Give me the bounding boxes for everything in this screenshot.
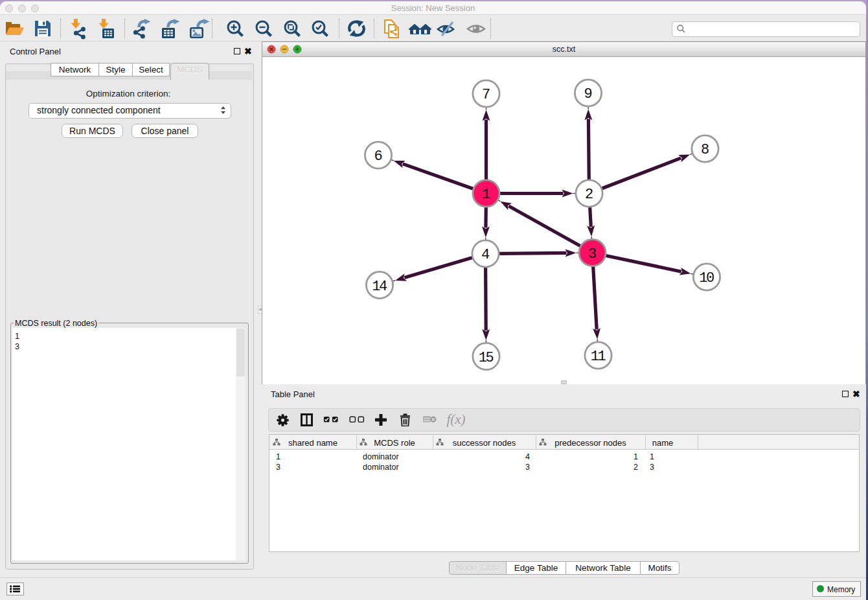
- svg-text:1: 1: [482, 187, 490, 203]
- svg-text:2: 2: [585, 187, 593, 203]
- svg-text:3: 3: [588, 246, 597, 262]
- svg-text:10: 10: [699, 270, 714, 286]
- svg-text:7: 7: [482, 87, 490, 103]
- svg-text:9: 9: [584, 86, 592, 102]
- svg-text:8: 8: [701, 142, 709, 158]
- svg-text:4: 4: [481, 247, 490, 263]
- svg-text:6: 6: [374, 148, 382, 165]
- svg-text:11: 11: [591, 349, 606, 365]
- svg-text:14: 14: [372, 279, 387, 295]
- svg-text:15: 15: [479, 350, 494, 366]
